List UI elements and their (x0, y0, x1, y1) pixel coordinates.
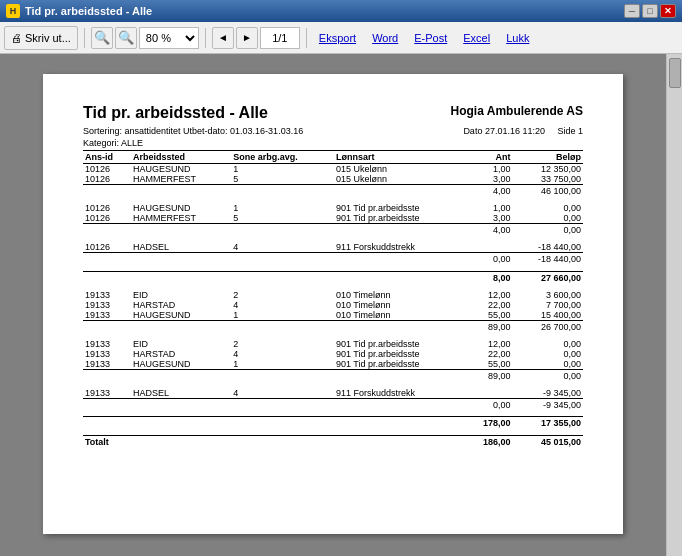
page-input[interactable] (260, 27, 300, 49)
table-row: 10126 HAUGESUND 1 015 Ukelønn 1,00 12 35… (83, 164, 583, 175)
col-lonnsart: Lønnsart (334, 151, 465, 164)
scrollbar-thumb[interactable] (669, 58, 681, 88)
report-table: Ans-id Arbeidssted Sone arbg.avg. Lønnsa… (83, 150, 583, 448)
vertical-scrollbar[interactable] (666, 54, 682, 556)
print-button[interactable]: 🖨 Skriv ut... (4, 26, 78, 50)
excel-button[interactable]: Excel (457, 30, 496, 46)
sorting-label: Sortering: ansattidentitet Utbet-dato: 0… (83, 126, 303, 136)
subtotal-row: 4,00 46 100,00 (83, 185, 583, 198)
subtotal-row: 0,00 -9 345,00 (83, 398, 583, 411)
report-title: Tid pr. arbeidssted - Alle (83, 104, 268, 122)
separator-2 (205, 28, 206, 48)
zoom-in-icon: 🔍 (118, 30, 134, 45)
report-meta: Sortering: ansattidentitet Utbet-dato: 0… (83, 126, 583, 136)
group-total-row: 178,00 17 355,00 (83, 417, 583, 430)
word-button[interactable]: Word (366, 30, 404, 46)
report-meta-right: Dato 27.01.16 11:20 Side 1 (463, 126, 583, 136)
toolbar: 🖨 Skriv ut... 🔍 🔍 80 % 100 % 150 % ◄ ► E… (0, 22, 682, 54)
close-button[interactable]: ✕ (660, 4, 676, 18)
table-row: 10126 HADSEL 4 911 Forskuddstrekk -18 44… (83, 242, 583, 253)
separator-1 (84, 28, 85, 48)
report-paper: Tid pr. arbeidssted - Alle Hogia Ambuler… (43, 74, 623, 534)
zoom-in-button[interactable]: 🔍 (115, 27, 137, 49)
table-row: 10126 HAMMERFEST 5 015 Ukelønn 3,00 33 7… (83, 174, 583, 185)
window-controls: ─ □ ✕ (624, 4, 676, 18)
table-row: 19133 HAUGESUND 1 901 Tid pr.arbeidsste … (83, 359, 583, 370)
separator-3 (306, 28, 307, 48)
side-label: Side 1 (557, 126, 583, 136)
category-row: Kategori: ALLE (83, 138, 583, 148)
email-button[interactable]: E-Post (408, 30, 453, 46)
maximize-button[interactable]: □ (642, 4, 658, 18)
table-header-row: Ans-id Arbeidssted Sone arbg.avg. Lønnsa… (83, 151, 583, 164)
subtotal-row: 89,00 26 700,00 (83, 320, 583, 333)
window-title: Tid pr. arbeidssted - Alle (25, 5, 624, 17)
table-row: 19133 EID 2 901 Tid pr.arbeidsste 12,00 … (83, 339, 583, 349)
subtotal-row: 4,00 0,00 (83, 224, 583, 237)
nav-control: ◄ ► (212, 27, 300, 49)
title-bar: H Tid pr. arbeidssted - Alle ─ □ ✕ (0, 0, 682, 22)
close-doc-button[interactable]: Lukk (500, 30, 535, 46)
group-total-row: 8,00 27 660,00 (83, 271, 583, 284)
main-area: Tid pr. arbeidssted - Alle Hogia Ambuler… (0, 54, 682, 556)
report-header: Tid pr. arbeidssted - Alle Hogia Ambuler… (83, 104, 583, 122)
subtotal-row: 89,00 0,00 (83, 369, 583, 382)
table-row: 19133 HAUGESUND 1 010 Timelønn 55,00 15 … (83, 310, 583, 321)
zoom-out-icon: 🔍 (94, 30, 110, 45)
table-row: 19133 HARSTAD 4 010 Timelønn 22,00 7 700… (83, 300, 583, 310)
document-container: Tid pr. arbeidssted - Alle Hogia Ambuler… (0, 54, 666, 556)
col-arbeidssted: Arbeidssted (131, 151, 231, 164)
table-row: 19133 EID 2 010 Timelønn 12,00 3 600,00 (83, 290, 583, 300)
app-icon: H (6, 4, 20, 18)
zoom-control: 🔍 🔍 80 % 100 % 150 % (91, 27, 199, 49)
table-row: 19133 HADSEL 4 911 Forskuddstrekk -9 345… (83, 388, 583, 399)
minimize-button[interactable]: ─ (624, 4, 640, 18)
company-name: Hogia Ambulerende AS (451, 104, 583, 118)
zoom-out-button[interactable]: 🔍 (91, 27, 113, 49)
table-row: 19133 HARSTAD 4 901 Tid pr.arbeidsste 22… (83, 349, 583, 359)
printer-icon: 🖨 (11, 32, 22, 44)
nav-prev-button[interactable]: ◄ (212, 27, 234, 49)
table-row: 10126 HAUGESUND 1 901 Tid pr.arbeidsste … (83, 203, 583, 213)
col-sone: Sone arbg.avg. (231, 151, 334, 164)
export-button[interactable]: Eksport (313, 30, 362, 46)
date-label: Dato 27.01.16 11:20 (463, 126, 545, 136)
col-belop: Beløp (512, 151, 583, 164)
nav-next-button[interactable]: ► (236, 27, 258, 49)
col-ans-id: Ans-id (83, 151, 131, 164)
zoom-select[interactable]: 80 % 100 % 150 % (139, 27, 199, 49)
subtotal-row: 0,00 -18 440,00 (83, 253, 583, 266)
table-row: 10126 HAMMERFEST 5 901 Tid pr.arbeidsste… (83, 213, 583, 224)
col-ant: Ant (465, 151, 512, 164)
total-row: Totalt 186,00 45 015,00 (83, 435, 583, 448)
